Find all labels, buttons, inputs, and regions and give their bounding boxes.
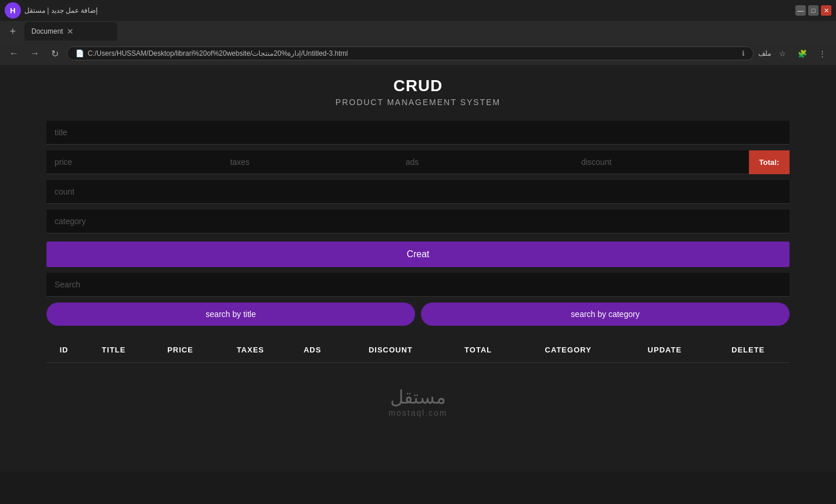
table-header-row: ID TITLE PRICE TAXES ADS DISCOUNT TOTAL …: [46, 337, 790, 363]
search-by-category-btn[interactable]: search by category: [421, 303, 790, 326]
lock-icon: 📄: [75, 49, 84, 57]
user-avatar[interactable]: H: [5, 2, 21, 19]
col-id: ID: [46, 337, 81, 363]
page-content: CRUD PRODUCT MANAGEMENT SYSTEM Total: Cr…: [0, 65, 836, 471]
search-by-title-btn[interactable]: search by title: [46, 303, 415, 326]
browser-chrome: H إضافة عمل جديد | مستقل — □ ✕ + Documen…: [0, 0, 836, 65]
title-input[interactable]: [46, 121, 790, 145]
create-button[interactable]: Creat: [46, 242, 790, 267]
search-buttons: search by title search by category: [46, 303, 790, 326]
mostaql-url: mostaql.com: [388, 408, 447, 417]
reload-btn[interactable]: ↻: [48, 46, 62, 62]
col-ads: ADS: [286, 337, 338, 363]
price-input[interactable]: [46, 150, 222, 174]
total-button[interactable]: Total:: [749, 150, 790, 174]
discount-input[interactable]: [573, 150, 748, 174]
form-section: Total:: [46, 121, 790, 233]
page-title: CRUD: [46, 77, 790, 95]
nav-bar: ← → ↻ 📄 C:/Users/HUSSAM/Desktop/librari%…: [0, 42, 836, 65]
col-category: CATEGORY: [514, 337, 622, 363]
close-btn[interactable]: ✕: [821, 5, 831, 16]
search-input[interactable]: [46, 273, 790, 297]
footer-watermark: مستقل mostaql.com: [46, 363, 790, 429]
col-update: UPDATE: [622, 337, 707, 363]
page-subtitle: PRODUCT MANAGEMENT SYSTEM: [46, 98, 790, 107]
data-table: ID TITLE PRICE TAXES ADS DISCOUNT TOTAL …: [46, 337, 790, 363]
browser-top-bar: H إضافة عمل جديد | مستقل — □ ✕: [0, 0, 836, 21]
address-text: C:/Users/HUSSAM/Desktop/librari%20of%20w…: [88, 49, 736, 57]
mostaql-logo: مستقل mostaql.com: [46, 386, 790, 417]
col-delete: DELETE: [707, 337, 790, 363]
col-price: PRICE: [146, 337, 214, 363]
ads-input[interactable]: [398, 150, 573, 174]
browser-actions: ملف ☆ 🧩 ⋮: [758, 45, 830, 62]
col-discount: DISCOUNT: [338, 337, 442, 363]
minimize-btn[interactable]: —: [795, 5, 806, 16]
col-taxes: TAXES: [215, 337, 286, 363]
forward-btn[interactable]: →: [27, 46, 43, 61]
menu-icon[interactable]: ⋮: [814, 45, 830, 62]
info-icon: ℹ: [742, 49, 745, 57]
tab-bar: + Document ✕: [0, 21, 836, 42]
price-row: Total:: [46, 150, 790, 174]
table-header: ID TITLE PRICE TAXES ADS DISCOUNT TOTAL …: [46, 337, 790, 363]
new-tab-btn[interactable]: +: [5, 23, 21, 39]
taxes-input[interactable]: [222, 150, 397, 174]
bookmark-icon[interactable]: ☆: [774, 45, 791, 62]
file-label: ملف: [758, 49, 771, 57]
tab-close-icon[interactable]: ✕: [67, 27, 74, 36]
tab-label: Document: [31, 27, 63, 35]
window-controls: — □ ✕: [795, 5, 831, 16]
category-input[interactable]: [46, 210, 790, 233]
maximize-btn[interactable]: □: [808, 5, 819, 16]
mostaql-arabic-text: مستقل: [390, 386, 446, 408]
profile-label: إضافة عمل جديد | مستقل: [24, 6, 98, 15]
active-tab[interactable]: Document ✕: [24, 22, 117, 41]
address-bar[interactable]: 📄 C:/Users/HUSSAM/Desktop/librari%20of%2…: [67, 46, 754, 60]
extension-icon[interactable]: 🧩: [794, 45, 810, 62]
col-title: TITLE: [81, 337, 146, 363]
col-total: TOTAL: [442, 337, 514, 363]
back-btn[interactable]: ←: [6, 46, 22, 61]
count-input[interactable]: [46, 180, 790, 204]
